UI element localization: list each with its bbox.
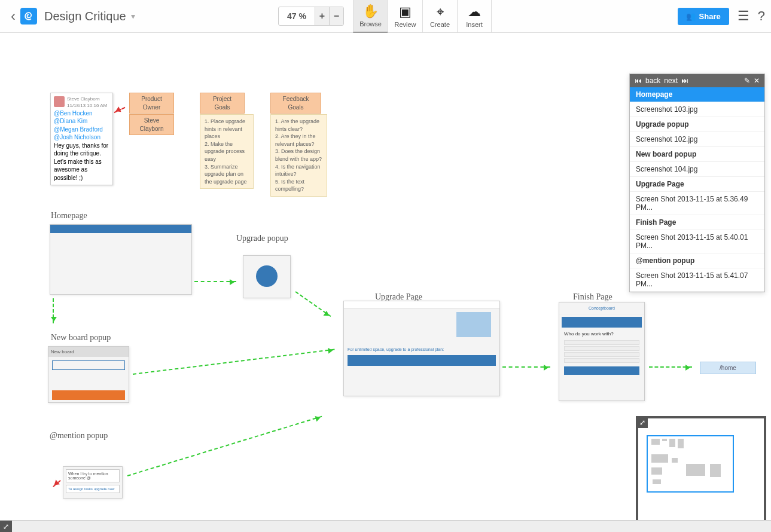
app-logo[interactable]	[20, 8, 37, 25]
nav-next-icon[interactable]: ⏭	[681, 77, 688, 85]
note-feedback-goals[interactable]: 1. Are the upgrade hints clear? 2. Are t…	[270, 114, 327, 197]
minimap-item	[710, 464, 721, 477]
minimap-item	[672, 458, 678, 463]
comment-body: Hey guys, thanks for doing the critique.…	[54, 142, 109, 182]
comment-card[interactable]: Steve Clayborn 11/18/13 10:16 AM @Ben Ho…	[50, 93, 113, 185]
chevron-down-icon[interactable]: ▾	[131, 11, 135, 21]
nav-item[interactable]: Screen Shot 2013-11-15 at 5.36.49 PM...	[630, 192, 764, 215]
pointer-arrow	[53, 480, 61, 487]
label-product-owner[interactable]: Product Owner	[129, 93, 174, 114]
nav-next[interactable]: next	[664, 77, 678, 85]
nav-item[interactable]: Homepage	[630, 87, 764, 102]
screenshot-new-board[interactable]: New board	[48, 346, 129, 403]
mock-input	[52, 360, 125, 370]
review-icon: ▣	[399, 4, 412, 20]
minimap-item	[662, 439, 667, 441]
minimap[interactable]: ⤢	[636, 416, 766, 520]
zoom-value[interactable]: 47 %	[279, 8, 315, 25]
mention: @Megan Bradford	[54, 126, 109, 134]
flow-arrow	[649, 366, 692, 368]
heading-homepage: Homepage	[51, 211, 87, 221]
nav-item[interactable]: Finish Page	[630, 215, 764, 230]
board-title[interactable]: Design Critique	[44, 10, 126, 23]
cloud-upload-icon: ☁	[468, 4, 481, 20]
tool-browse[interactable]: ✋ Browse	[353, 0, 388, 33]
label-feedback-goals[interactable]: Feedback Goals	[270, 93, 321, 114]
tool-create[interactable]: ⌖ Create	[422, 0, 457, 33]
flow-arrow	[194, 281, 236, 282]
minimap-item	[653, 479, 661, 484]
minimap-item	[678, 439, 684, 448]
nav-item[interactable]: Screen Shot 2013-11-15 at 5.41.07 PM...	[630, 268, 764, 292]
swirl-icon	[23, 11, 34, 22]
hand-icon: ✋	[362, 4, 379, 19]
edit-icon[interactable]: ✎	[744, 77, 750, 85]
screenshot-upgrade-page[interactable]: For unlimited space, upgrade to a profes…	[343, 301, 500, 396]
nav-prev-icon[interactable]: ⏮	[635, 77, 642, 85]
zoom-out-button[interactable]: −	[329, 7, 343, 25]
mock-question: Who do you work with?	[559, 329, 644, 339]
label-steve[interactable]: Steve Clayborn	[129, 114, 174, 135]
list-icon[interactable]: ☰	[738, 8, 749, 24]
close-icon[interactable]: ✕	[754, 77, 760, 85]
nav-item[interactable]: Screenshot 104.jpg	[630, 162, 764, 177]
mock-input	[564, 340, 639, 345]
mention: @Diana Kim	[54, 117, 109, 126]
mention: @Josh Nicholson	[54, 133, 109, 142]
lock-icon	[256, 265, 278, 287]
nav-item[interactable]: Upgrade Page	[630, 177, 764, 192]
nav-item[interactable]: Screenshot 103.jpg	[630, 102, 764, 117]
heading-finish-page: Finish Page	[573, 292, 612, 302]
expand-icon[interactable]: ⤢	[0, 521, 12, 532]
mock-title: New board	[48, 347, 129, 357]
section-navigator: ⏮ back next ⏭ ✎ ✕ HomepageScreenshot 103…	[629, 74, 765, 292]
mock-logo: Conceptboard	[559, 302, 644, 314]
share-label: Share	[699, 12, 721, 21]
minimap-item	[686, 464, 705, 476]
tool-review[interactable]: ▣ Review	[388, 0, 422, 33]
mock-upgrade-sub: For unlimited space, upgrade to a profes…	[348, 347, 496, 351]
help-icon[interactable]: ?	[758, 8, 765, 24]
mock-create-button	[52, 390, 125, 400]
zoom-in-button[interactable]: +	[315, 7, 329, 25]
mock-mention-text: When I try to mention someone @	[66, 469, 120, 482]
screenshot-mention-popup[interactable]: When I try to mention someone @ To assig…	[63, 466, 123, 499]
mock-input	[564, 358, 639, 363]
minimap-item	[651, 439, 660, 445]
minimap-item	[651, 454, 668, 463]
pointer-arrow	[114, 107, 126, 113]
heading-upgrade-popup: Upgrade popup	[236, 234, 288, 243]
nav-back[interactable]: back	[645, 77, 660, 85]
note-project-goals[interactable]: 1. Place upgrade hints in relevant place…	[200, 114, 254, 189]
nav-item[interactable]: New board popup	[630, 147, 764, 162]
screenshot-finish-page[interactable]: Conceptboard Who do you work with?	[559, 302, 645, 401]
screenshot-upgrade-popup[interactable]	[243, 255, 291, 298]
share-button[interactable]: 👥 Share	[678, 8, 729, 25]
flow-arrow	[295, 291, 331, 317]
nav-item[interactable]: Screen Shot 2013-11-15 at 5.40.01 PM...	[630, 230, 764, 253]
right-actions: 👥 Share ☰ ?	[678, 8, 765, 25]
minimap-collapse-icon[interactable]: ⤢	[637, 417, 648, 428]
zoom-control: 47 % + −	[278, 7, 344, 26]
back-button[interactable]: ‹	[6, 8, 20, 25]
screenshot-homepage[interactable]	[50, 224, 192, 295]
gift-icon	[456, 312, 491, 337]
mock-mention-sub: To assign tasks upgrade now	[66, 485, 120, 493]
home-link-tag[interactable]: /home	[700, 362, 756, 374]
mock-banner	[348, 355, 496, 366]
mock-complete-button	[564, 366, 639, 375]
mode-toolbar: ✋ Browse ▣ Review ⌖ Create ☁ Insert	[353, 0, 492, 33]
flow-arrow	[133, 349, 335, 375]
tool-label: Review	[394, 21, 416, 28]
tool-label: Create	[430, 21, 450, 28]
nav-item[interactable]: Screenshot 102.jpg	[630, 132, 764, 147]
flow-arrow	[127, 416, 322, 476]
nav-item[interactable]: @mention popup	[630, 253, 764, 268]
people-icon: 👥	[686, 12, 696, 21]
minimap-item	[669, 439, 675, 447]
tool-insert[interactable]: ☁ Insert	[457, 0, 492, 33]
nav-header: ⏮ back next ⏭ ✎ ✕	[630, 74, 764, 87]
canvas[interactable]: Steve Clayborn 11/18/13 10:16 AM @Ben Ho…	[0, 33, 771, 520]
label-project-goals[interactable]: Project Goals	[200, 93, 245, 114]
nav-item[interactable]: Upgrade popup	[630, 117, 764, 132]
